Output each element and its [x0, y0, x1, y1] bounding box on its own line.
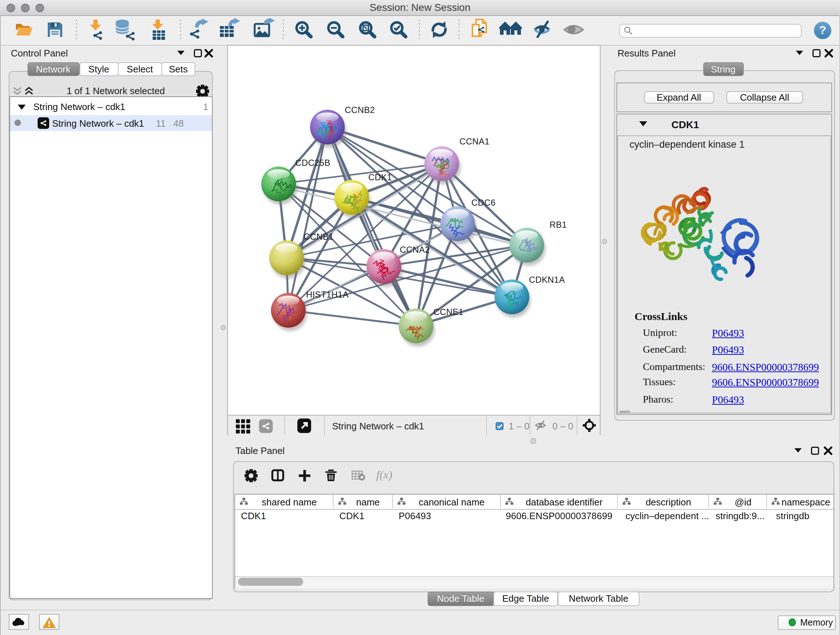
- svg-text:CCNB1: CCNB1: [303, 232, 333, 241]
- svg-text:CCNA2: CCNA2: [400, 245, 430, 255]
- svg-text:HIST1H1A: HIST1H1A: [306, 290, 349, 299]
- svg-text:CDK1: CDK1: [368, 172, 392, 182]
- svg-text:CDC6: CDC6: [471, 198, 496, 207]
- svg-text:CDC25B: CDC25B: [295, 158, 330, 168]
- svg-text:CDKN1A: CDKN1A: [529, 275, 565, 285]
- svg-text:CCNA1: CCNA1: [459, 136, 489, 146]
- svg-text:CCNB2: CCNB2: [345, 105, 375, 115]
- svg-text:RB1: RB1: [549, 220, 567, 230]
- svg-text:CCNE1: CCNE1: [433, 307, 463, 317]
